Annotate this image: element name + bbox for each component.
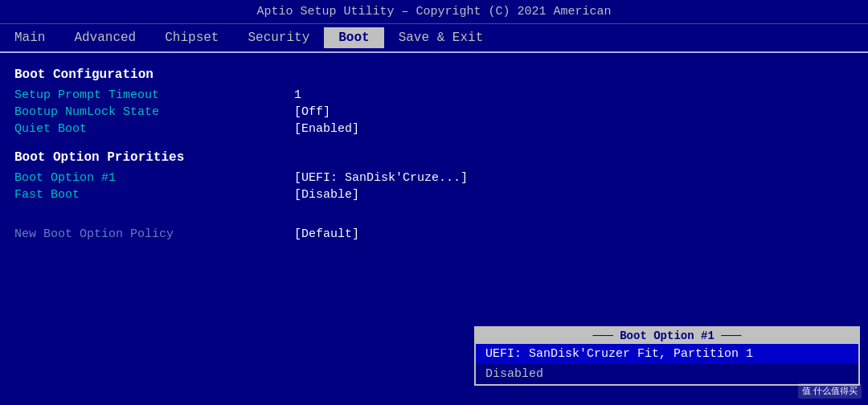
- menu-item-security[interactable]: Security: [233, 27, 324, 48]
- config-label-0-1: Bootup NumLock State: [14, 105, 288, 119]
- config-value-0-2: [Enabled]: [294, 122, 359, 136]
- left-panel: Boot ConfigurationSetup Prompt Timeout1B…: [0, 68, 530, 394]
- title-text: Aptio Setup Utility – Copyright (C) 2021…: [256, 5, 611, 18]
- watermark: 值 什么值得买: [798, 383, 862, 399]
- menu-item-boot[interactable]: Boot: [324, 27, 383, 48]
- right-panel: ─── Boot Option #1 ───UEFI: SanDisk'Cruz…: [530, 68, 868, 394]
- config-label-1-1: Fast Boot: [14, 188, 288, 202]
- popup-item-0[interactable]: UEFI: SanDisk'Cruzer Fit, Partition 1: [476, 344, 858, 364]
- config-label-2-0: New Boot Option Policy: [14, 227, 288, 241]
- config-row-2-0[interactable]: New Boot Option Policy[Default]: [14, 227, 530, 241]
- menu-item-save-and-exit[interactable]: Save & Exit: [384, 27, 498, 48]
- popup-item-1[interactable]: Disabled: [476, 364, 858, 384]
- config-label-1-0: Boot Option #1: [14, 171, 288, 185]
- config-value-2-0: [Default]: [294, 227, 359, 241]
- title-bar: Aptio Setup Utility – Copyright (C) 2021…: [0, 0, 868, 24]
- config-row-1-1: Fast Boot[Disable]: [14, 188, 530, 202]
- menu-item-main[interactable]: Main: [0, 27, 59, 48]
- config-label-0-0: Setup Prompt Timeout: [14, 88, 288, 102]
- config-label-0-2: Quiet Boot: [14, 122, 288, 136]
- menu-bar: MainAdvancedChipsetSecurityBootSave & Ex…: [0, 24, 868, 53]
- config-value-0-0: 1: [294, 88, 301, 102]
- menu-item-advanced[interactable]: Advanced: [59, 27, 150, 48]
- boot-option-popup: ─── Boot Option #1 ───UEFI: SanDisk'Cruz…: [474, 326, 860, 386]
- section-header-1: Boot Option Priorities: [14, 150, 530, 165]
- config-row-0-2: Quiet Boot[Enabled]: [14, 122, 530, 136]
- popup-title: ─── Boot Option #1 ───: [476, 328, 858, 344]
- config-row-1-0[interactable]: Boot Option #1[UEFI: SanDisk'Cruze...]: [14, 171, 530, 185]
- config-value-1-0: [UEFI: SanDisk'Cruze...]: [294, 171, 468, 185]
- content-area: Boot ConfigurationSetup Prompt Timeout1B…: [0, 53, 868, 394]
- section-header-0: Boot Configuration: [14, 68, 530, 82]
- config-value-0-1: [Off]: [294, 105, 330, 119]
- config-row-0-1: Bootup NumLock State[Off]: [14, 105, 530, 119]
- config-value-1-1: [Disable]: [294, 188, 359, 202]
- config-row-0-0: Setup Prompt Timeout1: [14, 88, 530, 102]
- menu-item-chipset[interactable]: Chipset: [150, 27, 233, 48]
